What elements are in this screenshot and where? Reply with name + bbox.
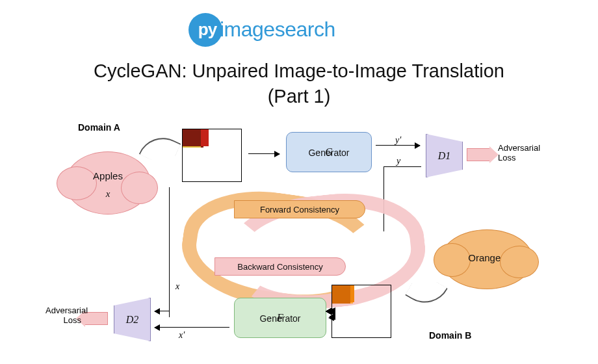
arrow-d1-to-loss-icon	[467, 148, 490, 161]
apples-cloud: Apples x	[65, 151, 151, 214]
forward-consistency-label: Forward Consistency	[260, 205, 339, 214]
title-line-2: (Part 1)	[268, 86, 331, 107]
apples-cloud-name: Apples	[66, 170, 150, 181]
generator-f-box: F Generator	[234, 298, 326, 338]
domain-b-label: Domain B	[429, 330, 471, 341]
title-line-1: CycleGAN: Unpaired Image-to-Image Transl…	[94, 60, 504, 81]
logo-circle-icon: py	[188, 13, 222, 47]
forward-consistency-ribbon: Forward Consistency	[234, 200, 365, 218]
edge-y-horizontal-icon	[384, 166, 421, 167]
arrow-d2-to-loss-icon	[84, 312, 108, 325]
discriminator-d1-box: D1	[426, 134, 463, 177]
edge-x-vertical-icon	[169, 187, 170, 317]
discriminator-d1-label: D1	[438, 150, 451, 162]
discriminator-d1-wrap: D1	[426, 134, 462, 176]
arrow-g-to-d1-yprime-icon	[376, 145, 420, 146]
logo-py-text: py	[198, 20, 216, 40]
apples-cloud-var: x	[66, 188, 150, 200]
discriminator-d2-box: D2	[114, 298, 151, 341]
generator-f-name: Generator	[259, 313, 300, 324]
edge-label-x: x	[176, 281, 179, 292]
discriminator-d2-label: D2	[126, 314, 139, 326]
adversarial-loss-bottom-label: Adversarial Loss	[46, 306, 81, 325]
discriminator-d2-wrap: D2	[114, 298, 150, 340]
oranges-image	[332, 285, 391, 338]
oranges-cloud: Oranges	[441, 229, 533, 289]
generator-g-box: G Generator	[286, 132, 372, 172]
edge-label-xprime: x′	[179, 330, 185, 341]
edge-label-yprime: y′	[395, 135, 401, 146]
arrow-apples-to-g-icon	[248, 153, 280, 154]
page: py imagesearch CycleGAN: Unpaired Image-…	[0, 0, 598, 364]
oranges-cloud-name: Oranges	[441, 252, 532, 263]
diagram-stage: Domain A Apples x G Generator y′ y	[58, 116, 540, 356]
cloud-to-image-arrow-a-icon	[139, 129, 181, 168]
brand-logo: py imagesearch	[188, 12, 335, 47]
page-title: CycleGAN: Unpaired Image-to-Image Transl…	[0, 58, 598, 109]
backward-consistency-label: Backward Consistency	[237, 262, 323, 272]
arrow-f-to-d2-icon	[155, 327, 229, 328]
domain-a-label: Domain A	[78, 122, 120, 133]
cloud-to-image-arrow-b-icon	[405, 272, 448, 312]
arrow-x-to-d2-icon	[155, 311, 169, 311]
backward-consistency-ribbon: Backward Consistency	[214, 257, 346, 276]
generator-g-name: Generator	[308, 148, 349, 158]
apples-image	[182, 129, 242, 182]
edge-label-y: y	[396, 156, 400, 166]
logo-rest-text: imagesearch	[220, 18, 335, 42]
adversarial-loss-top-label: Adversarial Loss	[498, 143, 540, 162]
